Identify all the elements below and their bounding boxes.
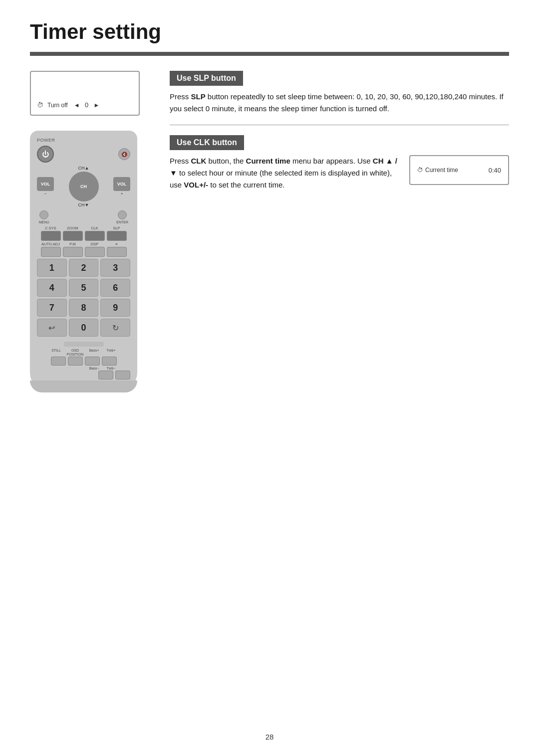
slp-label: SLP [107, 226, 127, 230]
osd-position-button[interactable] [68, 357, 83, 366]
num-6-button[interactable]: 6 [100, 279, 130, 297]
num-9-button[interactable]: 9 [100, 299, 130, 317]
vol-plus-group: VOL + [113, 177, 130, 196]
num-8-button[interactable]: 8 [69, 299, 99, 317]
ch-down-label: CH▼ [37, 202, 130, 207]
still-label: STILL [49, 349, 64, 356]
sleep-right-arrow[interactable]: ► [94, 102, 100, 109]
bottom-row2-btns [37, 371, 130, 379]
zoom-label: ZOOM [63, 226, 83, 230]
current-time-icon: ⏱ [417, 167, 423, 174]
sleep-clock-icon: ⏱ [37, 101, 43, 109]
vol-plus-button[interactable]: VOL [113, 177, 130, 191]
clk-button[interactable] [85, 231, 105, 241]
bass-plus-button[interactable] [85, 357, 100, 366]
prev-button[interactable]: ↩ [37, 319, 67, 337]
dsp-button[interactable] [85, 247, 105, 257]
pm-button[interactable] [63, 247, 83, 257]
remote-footer [30, 380, 137, 392]
treb-plus-label: Treb+ [104, 349, 119, 356]
pm-label: P.M [63, 242, 83, 246]
current-time-value: 0:40 [489, 167, 501, 174]
clk-label: CLK [85, 226, 105, 230]
autoadj-label: AUTO.ADJ [41, 242, 61, 246]
slp-text: Press SLP button repeatedly to set sleep… [170, 91, 509, 115]
remote-control: POWER ⏻ 🔇 CH▲ VOL − [30, 131, 137, 392]
current-time-label-group: ⏱ Current time [417, 167, 458, 174]
num-4-button[interactable]: 4 [37, 279, 67, 297]
btn-row2 [37, 247, 130, 257]
bottom-row1-btns [37, 357, 130, 366]
vol-minus-button[interactable]: VOL [37, 177, 54, 191]
num-7-button[interactable]: 7 [37, 299, 67, 317]
treb-plus-button[interactable] [102, 357, 117, 366]
repeat-button[interactable]: ↻ [100, 319, 130, 337]
vol-minus-label: − [44, 191, 47, 196]
spacer-label1 [49, 367, 64, 370]
clk-section: Press CLK button, the Current time menu … [170, 155, 509, 201]
bass-plus-label: Bass+ [87, 349, 102, 356]
clk-section-container: Use CLK button Press CLK button, the Cur… [170, 135, 509, 201]
menu-btn-group: MENU [39, 210, 49, 224]
current-time-inner: ⏱ Current time 0:40 [417, 167, 501, 174]
vol-minus-group: VOL − [37, 177, 54, 196]
vol-plus-label: + [121, 191, 123, 196]
menu-button[interactable] [39, 210, 48, 219]
page-title: Timer setting [30, 20, 509, 44]
sleep-turn-off-label: Turn off [47, 102, 68, 109]
csys-button[interactable] [41, 231, 61, 241]
mute-button[interactable]: 🔇 [118, 148, 130, 160]
menu-enter-row: MENU ENTER [37, 210, 130, 224]
right-column: Use SLP button Press SLP button repeated… [170, 71, 509, 392]
extra-button[interactable] [107, 247, 127, 257]
current-time-box: ⏱ Current time 0:40 [409, 155, 509, 185]
clk-heading: Use CLK button [170, 135, 244, 150]
bass-minus-button[interactable] [98, 371, 113, 379]
bottom-row2-labels: Bass− Treb− [37, 367, 130, 370]
vol-bold: VOL+/- [184, 181, 208, 189]
power-button[interactable]: ⏻ [37, 146, 54, 163]
sleep-left-arrow[interactable]: ◄ [74, 102, 80, 109]
extra-label: ≡ [107, 242, 127, 246]
dsp-label: DSP [85, 242, 105, 246]
power-label: POWER [37, 138, 130, 143]
btn-row1-labels: C.SYS ZOOM CLK SLP [37, 226, 130, 230]
current-time-bold: Current time [246, 157, 290, 165]
number-grid: 1 2 3 4 5 6 7 8 9 ↩ 0 ↻ [37, 259, 130, 337]
sleep-value: 0 [83, 101, 91, 109]
sleep-display-box: ⏱ Turn off ◄ 0 ► [30, 71, 140, 116]
section-divider [170, 125, 509, 125]
menu-label: MENU [39, 220, 49, 224]
num-5-button[interactable]: 5 [69, 279, 99, 297]
page-number: 28 [0, 733, 539, 741]
header-bar [30, 52, 509, 56]
num-3-button[interactable]: 3 [100, 259, 130, 277]
slp-heading: Use SLP button [170, 71, 243, 86]
left-column: ⏱ Turn off ◄ 0 ► POWER ⏻ 🔇 [30, 71, 155, 392]
btn-row2-labels: AUTO.ADJ P.M DSP ≡ [37, 242, 130, 246]
ch-up-label: CH▲ [37, 166, 130, 171]
num-2-button[interactable]: 2 [69, 259, 99, 277]
spacer-label2 [66, 367, 85, 370]
clk-text: Press CLK button, the Current time menu … [170, 155, 399, 191]
sleep-controls: ◄ 0 ► [74, 101, 100, 109]
bottom-row1-labels: STILL OSDPOSITION Bass+ Treb+ [37, 349, 130, 356]
enter-label: ENTER [116, 220, 128, 224]
zoom-button[interactable] [63, 231, 83, 241]
clk-bold: CLK [191, 157, 207, 165]
num-0-button[interactable]: 0 [69, 319, 99, 337]
bass-minus-label: Bass− [87, 367, 102, 370]
still-button[interactable] [51, 357, 66, 366]
enter-btn-group: ENTER [116, 210, 128, 224]
enter-button[interactable] [118, 210, 127, 219]
treb-minus-button[interactable] [115, 371, 130, 379]
slp-button[interactable] [107, 231, 127, 241]
ch-center-button[interactable]: CH [69, 172, 99, 201]
treb-minus-label: Treb− [104, 367, 119, 370]
main-content: ⏱ Turn off ◄ 0 ► POWER ⏻ 🔇 [30, 71, 509, 392]
num-1-button[interactable]: 1 [37, 259, 67, 277]
sleep-display-inner: ⏱ Turn off ◄ 0 ► [37, 101, 99, 109]
autoadj-button[interactable] [41, 247, 61, 257]
ir-sensor [64, 342, 104, 347]
osd-position-label: OSDPOSITION [66, 349, 85, 356]
